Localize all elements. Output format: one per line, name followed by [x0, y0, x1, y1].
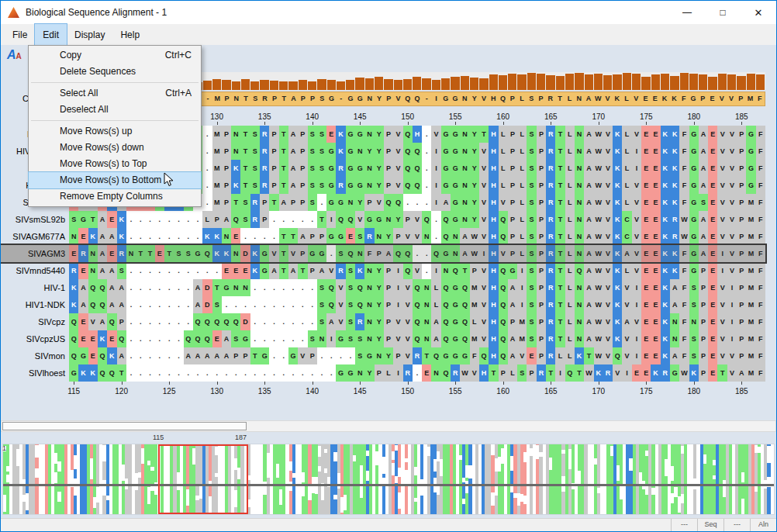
residue-cell: P — [384, 177, 393, 194]
residue-cell: Q — [403, 126, 413, 143]
residue-cell: G — [441, 347, 451, 364]
scrollbar-thumb[interactable] — [2, 422, 247, 430]
residue-cell: W — [679, 211, 689, 228]
sequence-cells[interactable]: SGTAEK........LPAQSRP.....TIQQVGGNYPVQ.Q… — [69, 211, 765, 228]
minimize-button[interactable]: — — [669, 1, 705, 24]
residue-cell: R — [546, 279, 555, 296]
menu-item-move-rows-s-up[interactable]: Move Rows(s) up — [29, 123, 201, 140]
consensus-cell: G — [441, 92, 451, 105]
close-button[interactable]: ✕ — [741, 1, 776, 24]
residue-cell: Y — [364, 364, 374, 382]
residue-cell: T — [555, 279, 565, 296]
consensus-cell: N — [364, 92, 374, 105]
sequence-label[interactable]: SIVmon — [1, 347, 69, 364]
residue-cell: F — [756, 330, 765, 347]
menu-edit[interactable]: Edit — [35, 24, 67, 45]
residue-cell: P — [298, 126, 307, 143]
residue-cell: A — [98, 313, 107, 330]
ruler-tick — [264, 382, 265, 385]
sequence-cells[interactable]: ERNAERNTTETSSGQKKNDKGVTVPGG.SQNFPAQQ..QG… — [69, 245, 765, 262]
residue-cell: N — [431, 364, 440, 382]
consensus-cell: F — [755, 92, 765, 105]
menu-display[interactable]: Display — [67, 24, 112, 45]
residue-cell: Q — [431, 347, 440, 364]
menu-item-select-all[interactable]: Select AllCtrl+A — [29, 85, 201, 102]
residue-cell: L — [517, 126, 527, 143]
conservation-bar — [517, 74, 526, 90]
residue-cell: A — [670, 279, 679, 296]
residue-cell: Q — [117, 330, 126, 347]
residue-cell: P — [737, 279, 746, 296]
menu-item-move-rows-s-to-top[interactable]: Move Rows(s) to Top — [29, 156, 201, 172]
maximize-button[interactable]: □ — [705, 1, 741, 24]
residue-cell: . — [422, 194, 431, 211]
sequence-cells[interactable]: KAQQAA.......ADS..........SQVSQNYPIVQNLQ… — [69, 296, 765, 313]
residue-cell: V — [403, 228, 413, 245]
sequence-label[interactable]: SIVlhoest — [1, 364, 69, 382]
residue-cell: Q — [441, 279, 451, 296]
menu-item-deselect-all[interactable]: Deselect All — [29, 102, 201, 118]
sequence-label[interactable]: HIV-1 — [1, 279, 69, 296]
consensus-cell: N — [232, 92, 241, 105]
residue-cell: E — [632, 364, 641, 382]
residue-cell: . — [279, 279, 288, 296]
ruler-number: 130 — [210, 387, 223, 396]
consensus-cell: P — [736, 92, 745, 105]
residue-cell: G — [689, 228, 699, 245]
menu-item-remove-empty-columns[interactable]: Remove Empty Columns — [29, 188, 201, 205]
sequence-label[interactable]: SIVcpzUS — [1, 330, 69, 347]
residue-cell: R — [670, 211, 679, 228]
residue-cell: P — [508, 245, 517, 262]
sequence-label[interactable]: SIVAGM677A — [1, 228, 69, 245]
sequence-cells[interactable]: KAQQAA.......ADTGNN.......SQVSQNYPIVQNLQ… — [69, 279, 765, 296]
residue-cell: K — [661, 279, 670, 296]
residue-cell: S — [117, 262, 126, 279]
residue-cell: N — [222, 228, 231, 245]
font-size-icon[interactable]: AA — [7, 48, 22, 62]
sequence-label[interactable]: SIVAGM3 — [1, 245, 69, 262]
menu-item-move-rows-s-down[interactable]: Move Rows(s) down — [29, 140, 201, 156]
residue-cell: . — [260, 364, 269, 382]
residue-cell: R — [260, 177, 269, 194]
conservation-bar — [279, 81, 288, 90]
residue-cell: Q — [441, 228, 451, 245]
menu-help[interactable]: Help — [112, 24, 147, 45]
overview-panel[interactable] — [2, 444, 775, 515]
residue-cell: Q — [384, 194, 393, 211]
menu-item-move-rows-s-to-bottom[interactable]: Move Rows(s) to Bottom — [29, 172, 201, 188]
conservation-bar — [603, 75, 612, 90]
residue-cell: F — [679, 245, 689, 262]
sequence-label[interactable]: SIVcpz — [1, 313, 69, 330]
sequence-label[interactable]: SIVmnd5440 — [1, 262, 69, 279]
residue-cell: N — [575, 245, 584, 262]
residue-cell: K — [88, 228, 98, 245]
sequence-cells[interactable]: QEEKEQ......QQQEASG......SNIGSSNYPVVQNAQ… — [69, 330, 765, 347]
consensus-cell: K — [660, 92, 669, 105]
residue-cell: P — [737, 160, 746, 177]
overview-selection-rect[interactable] — [158, 444, 248, 514]
residue-cell: V — [326, 262, 336, 279]
consensus-cell: H — [489, 92, 498, 105]
sequence-label[interactable]: SIVsmSL92b — [1, 211, 69, 228]
residue-cell: R — [451, 364, 460, 382]
horizontal-scrollbar[interactable] — [1, 420, 776, 432]
residue-cell: N — [355, 143, 364, 160]
sequence-cells[interactable]: NEKAAK........KKNE....TTAPPGGESRNYPVVN.Q… — [69, 228, 765, 245]
sequence-cells[interactable]: QEVAQP.......QQQQQD.......SAVSRNYPVVQNAQ… — [69, 313, 765, 330]
menu-item-copy[interactable]: CopyCtrl+C — [29, 47, 201, 64]
residue-cell: E — [651, 245, 660, 262]
residue-cell: P — [508, 313, 517, 330]
sequence-cells[interactable]: GKKQQT......................GGNYPLIR.ENQ… — [69, 364, 765, 382]
menu-item-delete-sequences[interactable]: Delete Sequences — [29, 64, 201, 80]
residue-cell: N — [364, 177, 374, 194]
overview-range-end: 187 — [235, 434, 247, 441]
ruler-tick — [694, 122, 695, 125]
residue-cell: N — [69, 228, 78, 245]
menu-file[interactable]: File — [5, 24, 35, 45]
residue-cell: G — [326, 194, 336, 211]
sequence-label[interactable]: HIV1-NDK — [1, 296, 69, 313]
residue-cell: V — [603, 330, 613, 347]
sequence-cells[interactable]: QGEQKA......AAAAAPPTG..GVP....SGNYPVRTQG… — [69, 347, 765, 364]
sequence-cells[interactable]: RENAAS..........EEEKGATATPAVRSKNYPIQV.IN… — [69, 262, 765, 279]
residue-cell: N — [231, 143, 240, 160]
